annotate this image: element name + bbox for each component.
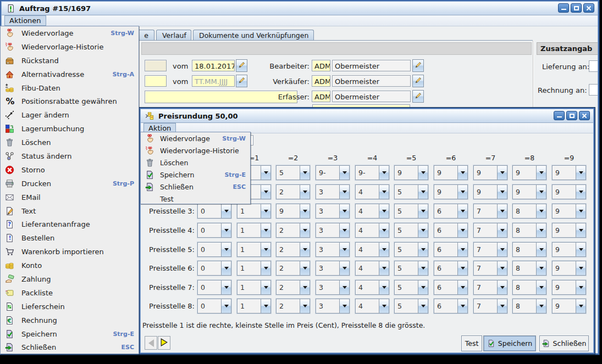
- chevron-down-icon[interactable]: [418, 299, 428, 313]
- combo-preisstelle-8-col-2[interactable]: 2: [276, 299, 310, 313]
- number-field-2[interactable]: [145, 75, 167, 87]
- rechnung-an-field[interactable]: [589, 84, 598, 96]
- chevron-down-icon[interactable]: [300, 299, 310, 313]
- chevron-down-icon[interactable]: [339, 204, 349, 218]
- chevron-down-icon[interactable]: [221, 281, 231, 294]
- combo-preisstelle-8-col-0[interactable]: 0: [197, 299, 231, 313]
- combo-preisstelle-3-col-0[interactable]: 0: [197, 204, 231, 219]
- combo-preisstelle-5-col-8[interactable]: 8: [512, 242, 546, 257]
- menu-item-wiedervorlage-historie[interactable]: Wiedervorlage-Historie: [1, 40, 139, 54]
- chevron-down-icon[interactable]: [536, 185, 546, 199]
- chevron-down-icon[interactable]: [261, 299, 270, 313]
- date-field-1[interactable]: 18.01.2017: [192, 60, 235, 71]
- chevron-down-icon[interactable]: [457, 281, 467, 294]
- menu-item-konto[interactable]: Konto: [1, 259, 139, 272]
- menu-item-storno[interactable]: Storno: [1, 163, 139, 177]
- menu-item-zahlung[interactable]: Zahlung: [1, 272, 139, 286]
- chevron-down-icon[interactable]: [339, 243, 349, 256]
- combo-preisstelle-7-col-1[interactable]: 1: [237, 280, 271, 295]
- menu-item-wiedervorlage[interactable]: WiedervorlageStrg-W: [1, 26, 139, 40]
- main-titlebar[interactable]: Auftrag #15/1697: [2, 2, 598, 15]
- maximize-button[interactable]: [571, 3, 582, 13]
- close-button[interactable]: [583, 3, 594, 13]
- combo-preisstelle-5-col-7[interactable]: 7: [473, 242, 507, 257]
- chevron-down-icon[interactable]: [536, 299, 546, 313]
- date-field-2[interactable]: TT.MM.JJJJ: [192, 75, 235, 87]
- combo-preisstelle-3-col-5[interactable]: 5: [394, 204, 428, 219]
- menu-item-email[interactable]: EMail: [1, 191, 139, 204]
- combo-preisstelle-3-col-9[interactable]: 9: [552, 204, 586, 219]
- menu-item-bestellen[interactable]: !Bestellen: [1, 231, 139, 245]
- combo-preisstelle-7-col-7[interactable]: 7: [473, 280, 507, 295]
- combo-preisstelle-3-col-7[interactable]: 7: [473, 204, 507, 219]
- chevron-down-icon[interactable]: [457, 204, 467, 218]
- chevron-down-icon[interactable]: [379, 204, 389, 218]
- chevron-down-icon[interactable]: [418, 261, 428, 275]
- chevron-down-icon[interactable]: [576, 261, 586, 275]
- chevron-down-icon[interactable]: [497, 223, 507, 237]
- tab-dokumente-und-verkn-pfungen[interactable]: Dokumente und Verknüpfungen: [193, 30, 314, 41]
- code-field-bearbeiter[interactable]: ADM: [312, 60, 330, 71]
- chevron-down-icon[interactable]: [300, 185, 310, 199]
- chevron-down-icon[interactable]: [576, 166, 586, 180]
- chevron-down-icon[interactable]: [497, 281, 507, 294]
- combo-preisstelle-3-col-3[interactable]: 3: [316, 204, 350, 219]
- combo-preisstelle-6-col-7[interactable]: 7: [473, 261, 507, 276]
- combo-preisstelle-7-col-6[interactable]: 6: [434, 280, 468, 295]
- combo-preisstelle-8-col-4[interactable]: 4: [355, 299, 389, 313]
- combo-preisstelle-2-col-7[interactable]: 9: [473, 184, 507, 199]
- combo-preisstelle-4-col-3[interactable]: 3: [316, 223, 350, 238]
- menu-item-status-ndern[interactable]: Status ändern: [1, 149, 139, 163]
- menu-item-l-schen[interactable]: Löschen: [1, 136, 139, 149]
- combo-preisstelle-4-col-2[interactable]: 2: [276, 223, 310, 238]
- chevron-down-icon[interactable]: [300, 281, 310, 294]
- combo-preisstelle-8-col-5[interactable]: 5: [394, 299, 428, 313]
- combo-preisstelle-5-col-0[interactable]: 0: [197, 242, 231, 257]
- chevron-down-icon[interactable]: [457, 166, 467, 180]
- chevron-down-icon[interactable]: [536, 281, 546, 294]
- chevron-down-icon[interactable]: [457, 223, 467, 237]
- chevron-down-icon[interactable]: [300, 223, 310, 237]
- combo-preisstelle-5-col-6[interactable]: 6: [434, 242, 468, 257]
- test-button[interactable]: Test: [461, 335, 482, 351]
- nav-previous-button[interactable]: [145, 336, 157, 350]
- menu-item-lagerumbuchung[interactable]: Lagerumbuchung: [1, 122, 139, 136]
- chevron-down-icon[interactable]: [221, 223, 231, 237]
- combo-preisstelle-6-col-8[interactable]: 8: [512, 261, 546, 276]
- combo-preisstelle-3-col-4[interactable]: 4: [355, 204, 389, 219]
- lieferung-an-field[interactable]: [589, 60, 598, 72]
- combo-preisstelle-7-col-9[interactable]: 9: [552, 280, 586, 295]
- combo-preisstelle-7-col-3[interactable]: 3: [316, 280, 350, 295]
- chevron-down-icon[interactable]: [261, 223, 270, 237]
- combo-preisstelle-8-col-8[interactable]: 8: [512, 299, 546, 313]
- combo-preisstelle-4-col-8[interactable]: 8: [512, 223, 546, 238]
- chevron-down-icon[interactable]: [536, 166, 546, 180]
- menu-item-alternativadresse[interactable]: AlternativadresseStrg-A: [1, 68, 139, 81]
- chevron-down-icon[interactable]: [576, 223, 586, 237]
- chevron-down-icon[interactable]: [261, 281, 270, 294]
- combo-preisstelle-1-col-9[interactable]: 9: [552, 165, 586, 180]
- combo-preisstelle-2-col-3[interactable]: 3: [316, 184, 350, 199]
- minimize-button[interactable]: [554, 111, 565, 120]
- combo-preisstelle-6-col-3[interactable]: 3: [316, 261, 350, 276]
- combo-preisstelle-1-col-2[interactable]: 5: [276, 165, 310, 180]
- chevron-down-icon[interactable]: [300, 204, 310, 218]
- chevron-down-icon[interactable]: [497, 299, 507, 313]
- code-field-verk-ufer[interactable]: ADM: [312, 75, 330, 87]
- chevron-down-icon[interactable]: [536, 243, 546, 256]
- combo-preisstelle-6-col-6[interactable]: 6: [434, 261, 468, 276]
- number-field-1[interactable]: [145, 60, 167, 71]
- combo-preisstelle-2-col-6[interactable]: 9: [434, 184, 468, 199]
- chevron-down-icon[interactable]: [379, 166, 389, 180]
- chevron-down-icon[interactable]: [576, 243, 586, 256]
- chevron-down-icon[interactable]: [576, 299, 586, 313]
- chevron-down-icon[interactable]: [339, 223, 349, 237]
- chevron-down-icon[interactable]: [221, 299, 231, 313]
- combo-preisstelle-1-col-8[interactable]: 9: [512, 165, 546, 180]
- combo-preisstelle-8-col-7[interactable]: 7: [473, 299, 507, 313]
- combo-preisstelle-6-col-4[interactable]: 4: [355, 261, 389, 276]
- code-field-erfasser[interactable]: ADM: [312, 91, 330, 102]
- chevron-down-icon[interactable]: [576, 204, 586, 218]
- tab-verlauf[interactable]: Verlauf: [156, 30, 191, 41]
- combo-preisstelle-2-col-4[interactable]: 4: [355, 184, 389, 199]
